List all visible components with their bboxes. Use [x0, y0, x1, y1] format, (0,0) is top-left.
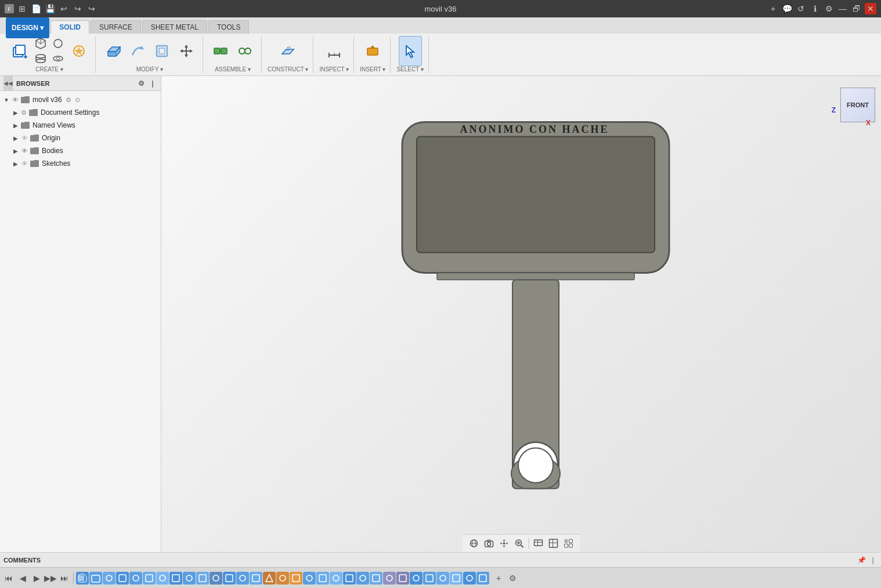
as-built-joint-button[interactable]: [233, 36, 257, 66]
timeline-play-button[interactable]: ▶: [30, 572, 43, 585]
tree-item-origin[interactable]: ▶ 👁 Origin: [9, 132, 161, 144]
vp-display-button[interactable]: [532, 536, 546, 550]
timeline-first-button[interactable]: ⏮: [2, 572, 15, 585]
timeline-prev-button[interactable]: ◀: [16, 572, 29, 585]
view-cube[interactable]: FRONT X Z: [829, 82, 875, 128]
vp-grid2-button[interactable]: [562, 536, 576, 550]
new-component-button[interactable]: [8, 36, 31, 66]
tree-toggle-root[interactable]: ▼: [2, 96, 10, 104]
timeline-item[interactable]: [169, 572, 182, 585]
redo-button[interactable]: ↪: [86, 3, 98, 14]
tree-item-doc-settings[interactable]: ▶ ⚙ Document Settings: [9, 106, 161, 119]
timeline-item[interactable]: [476, 572, 489, 585]
timeline-item[interactable]: [263, 572, 276, 585]
undo-button[interactable]: ↩: [58, 3, 70, 14]
timeline-item[interactable]: [116, 572, 129, 585]
move-button[interactable]: [175, 36, 198, 66]
browser-collapse-icon[interactable]: |: [148, 79, 157, 88]
timeline-settings-button[interactable]: ⚙: [506, 572, 519, 585]
grid-menu-button[interactable]: ⊞: [16, 3, 28, 14]
timeline-add-button[interactable]: +: [492, 572, 505, 585]
view-cube-front[interactable]: FRONT: [840, 88, 875, 122]
settings-button[interactable]: ⚙: [823, 3, 835, 14]
timeline-item[interactable]: [463, 572, 476, 585]
timeline-item[interactable]: [143, 572, 156, 585]
box-button[interactable]: [33, 37, 49, 50]
minimize-button[interactable]: —: [837, 3, 848, 14]
timeline-next-button[interactable]: ▶▶: [44, 572, 57, 585]
timeline-item[interactable]: [156, 572, 169, 585]
tab-surface[interactable]: SURFACE: [91, 20, 141, 34]
tree-eye-root[interactable]: 👁: [11, 96, 19, 104]
timeline-item[interactable]: [356, 572, 369, 585]
insert-button[interactable]: [361, 36, 384, 66]
extrude-button[interactable]: [102, 36, 125, 66]
timeline-item[interactable]: [343, 572, 356, 585]
close-button[interactable]: ✕: [865, 3, 876, 14]
joint-button[interactable]: [209, 36, 232, 66]
select-button[interactable]: [399, 36, 422, 66]
file-button[interactable]: 📄: [30, 3, 42, 14]
measure-button[interactable]: [323, 36, 346, 66]
special-button[interactable]: [67, 36, 91, 66]
vp-grid-button[interactable]: [547, 536, 561, 550]
tab-sheet-metal[interactable]: SHEET METAL: [142, 20, 207, 34]
timeline-item[interactable]: [423, 572, 436, 585]
tree-item-sketches[interactable]: ▶ 👁 Sketches: [9, 157, 161, 170]
tree-eye-bodies[interactable]: 👁: [20, 147, 28, 155]
timeline-last-button[interactable]: ⏭: [58, 572, 71, 585]
panel-collapse-button[interactable]: ◀◀: [3, 76, 13, 91]
tree-item-bodies[interactable]: ▶ 👁 Bodies: [9, 144, 161, 157]
comments-pin-icon[interactable]: 📌: [857, 556, 866, 565]
sphere-button[interactable]: [50, 37, 66, 50]
vp-orbit-button[interactable]: [467, 536, 481, 550]
tab-tools[interactable]: TOOLS: [208, 20, 249, 34]
tab-solid[interactable]: SOLID: [50, 20, 89, 34]
timeline-item[interactable]: [76, 572, 89, 585]
timeline-item[interactable]: [236, 572, 249, 585]
tree-gear-root[interactable]: ⚙: [64, 96, 73, 104]
viewport[interactable]: FRONT X Z ANONIMO CON HACHE: [161, 76, 881, 552]
timeline-item[interactable]: [103, 572, 115, 585]
timeline-item[interactable]: [129, 572, 142, 585]
browser-settings-icon[interactable]: ⚙: [136, 79, 146, 88]
vp-zoom-button[interactable]: [512, 536, 526, 550]
timeline-item[interactable]: [370, 572, 382, 585]
timeline-item[interactable]: [410, 572, 423, 585]
timeline-item[interactable]: [276, 572, 289, 585]
tree-toggle-origin[interactable]: ▶: [12, 134, 20, 142]
timeline-item[interactable]: [196, 572, 209, 585]
design-dropdown-button[interactable]: DESIGN ▾: [6, 17, 49, 38]
timeline-item[interactable]: [210, 572, 222, 585]
timeline-item[interactable]: [250, 572, 262, 585]
timeline-item[interactable]: [436, 572, 449, 585]
timeline-item[interactable]: [223, 572, 236, 585]
tree-toggle-sketches[interactable]: ▶: [12, 159, 20, 168]
torus-button[interactable]: [50, 52, 66, 66]
vp-pan-button[interactable]: [497, 536, 511, 550]
tree-eye-origin[interactable]: 👁: [20, 134, 28, 142]
add-tab-button[interactable]: +: [767, 3, 779, 14]
shell-button[interactable]: [150, 36, 174, 66]
timeline-item[interactable]: [290, 572, 302, 585]
timeline-item[interactable]: [303, 572, 316, 585]
comments-collapse-icon[interactable]: |: [868, 556, 878, 565]
maximize-button[interactable]: 🗗: [851, 3, 862, 14]
tree-toggle-named-views[interactable]: ▶: [12, 121, 20, 129]
save-button[interactable]: 💾: [44, 3, 56, 14]
tree-radio-root[interactable]: ⊙: [74, 96, 82, 104]
timeline-item[interactable]: [89, 572, 102, 585]
info-button[interactable]: ℹ: [809, 3, 821, 14]
tree-eye-sketches[interactable]: 👁: [20, 159, 28, 168]
timeline-item[interactable]: [183, 572, 196, 585]
timeline-item[interactable]: [396, 572, 409, 585]
tree-item-named-views[interactable]: ▶ Named Views: [9, 119, 161, 132]
vp-camera-button[interactable]: [482, 536, 496, 550]
timeline-item[interactable]: [383, 572, 396, 585]
chat-button[interactable]: 💬: [781, 3, 793, 14]
timeline-item[interactable]: [450, 572, 463, 585]
cylinder-button[interactable]: [33, 52, 49, 66]
timeline-item[interactable]: [330, 572, 342, 585]
tree-toggle-bodies[interactable]: ▶: [12, 147, 20, 155]
timeline-item[interactable]: [316, 572, 329, 585]
